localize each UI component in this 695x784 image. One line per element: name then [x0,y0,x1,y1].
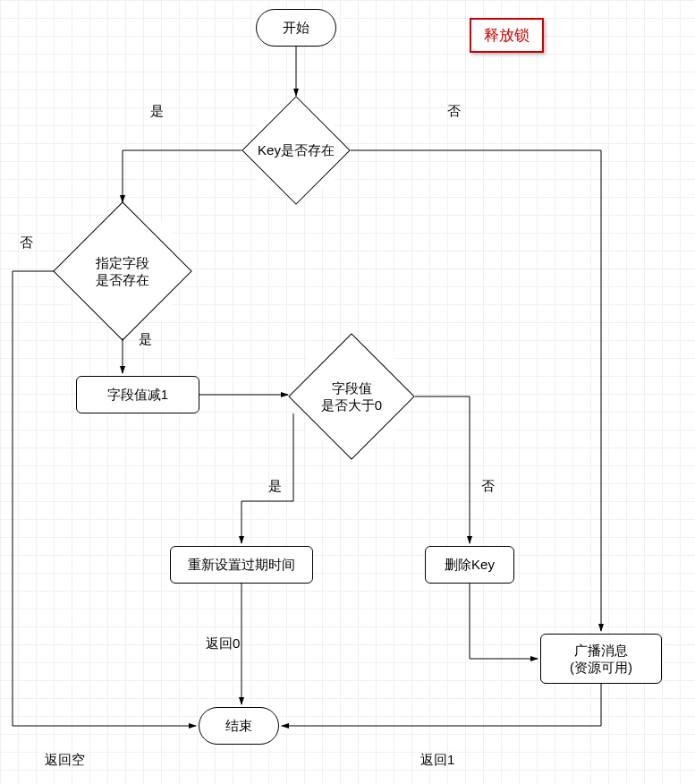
node-end: 结束 [199,707,279,745]
node-broadcast: 广播消息 (资源可用) [540,634,662,684]
edge-label-return1: 返回1 [420,752,454,769]
node-key-exists: Key是否存在 [258,112,335,189]
edge-label-value-yes: 是 [268,478,282,495]
node-field-exists-label: 指定字段 是否存在 [73,222,172,320]
node-field-exists: 指定字段 是否存在 [73,222,172,320]
edge-label-key-no: 否 [447,103,461,120]
edge-label-field-yes: 是 [139,331,152,348]
diagram-title: 释放锁 [470,18,544,53]
node-start: 开始 [256,9,336,47]
edge-label-key-yes: 是 [150,103,164,120]
edge-label-value-no: 否 [481,478,495,495]
edge-label-return0: 返回0 [206,635,240,652]
edge-label-field-no: 否 [20,234,33,251]
node-decrement: 字段值减1 [76,376,199,413]
node-delete-key: 删除Key [425,546,514,584]
node-reset-expire: 重新设置过期时间 [170,546,313,584]
node-key-exists-label: Key是否存在 [258,112,335,189]
node-value-gt-zero-label: 字段值 是否大于0 [307,352,396,441]
flowchart-canvas: 释放锁 开始 Key是否存在 指定字段 是否存在 字段值减1 字段值 是否大于0… [0,0,695,784]
edge-label-return-empty: 返回空 [45,752,85,769]
node-value-gt-zero: 字段值 是否大于0 [307,352,396,441]
